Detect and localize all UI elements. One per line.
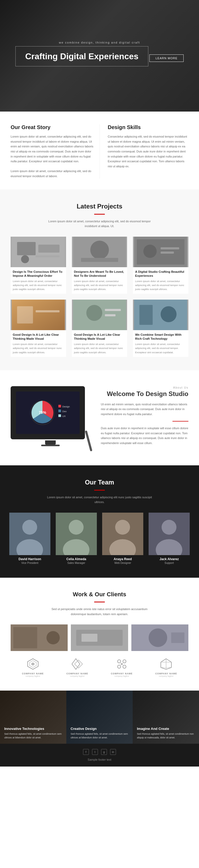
about-text1: Ut enim ad minim veniam, quis nostrud ex…	[101, 402, 188, 417]
story-text1: Lorem ipsum dolor sit amet, consectetur …	[11, 134, 94, 164]
svg-rect-33	[58, 414, 61, 417]
logo-name: COMPANY NAME	[55, 672, 100, 675]
svg-rect-29	[58, 405, 61, 407]
project-image	[133, 300, 188, 330]
svg-point-25	[161, 306, 177, 322]
project-image	[72, 300, 127, 330]
project-card: Good Design Is A Lot Like Clear Thinking…	[72, 300, 127, 357]
client-logos: COMPANY NAME company tagline COMPANY NAM…	[11, 657, 188, 677]
project-card: Good Design Is A Lot Like Clear Thinking…	[11, 300, 66, 357]
svg-marker-60	[74, 660, 82, 668]
project-text: Lorem ipsum dolor sit amet, consectetur …	[13, 342, 64, 354]
bottom-panel-text: Sed rhoncus agitated felis, sit amet con…	[137, 732, 195, 739]
svg-text:75%: 75%	[39, 410, 46, 414]
svg-rect-16	[36, 310, 60, 312]
svg-text:Dev: Dev	[62, 410, 67, 413]
project-title: We Combine Smart Design With Rich Craft …	[135, 333, 186, 341]
svg-point-63	[118, 665, 121, 668]
svg-point-39	[69, 520, 84, 535]
story-skills-section: Our Great Story Lorem ipsum dolor sit am…	[0, 112, 199, 189]
project-image	[72, 237, 127, 267]
project-title: Design Is The Conscious Effort To Impose…	[13, 270, 64, 278]
bottom-panel-title: Imagine And Create	[137, 727, 195, 731]
svg-rect-1	[17, 242, 36, 255]
svg-point-65	[121, 663, 123, 665]
bottom-panel-1: Innovative Technologies Sed rhoncus agit…	[0, 690, 66, 744]
client-image	[11, 624, 68, 651]
story-col: Our Great Story Lorem ipsum dolor sit am…	[11, 124, 100, 179]
svg-point-62	[123, 660, 126, 663]
bottom-panel-3: Imagine And Create Sed rhoncus agitated …	[133, 690, 199, 744]
story-text2: Lorem ipsum dolor sit amet, consectetur …	[11, 169, 94, 179]
about-heading: Welcome To Design Studio	[101, 390, 188, 398]
svg-rect-15	[17, 306, 33, 323]
logo-subtitle: company tagline	[11, 675, 55, 677]
client-image	[71, 624, 128, 651]
logo-name: COMPANY NAME	[100, 672, 144, 675]
googleplus-icon[interactable]: g	[101, 749, 107, 755]
hero-cta-button[interactable]: LEARN MORE	[150, 55, 184, 62]
svg-rect-20	[105, 309, 121, 311]
team-member-name: Anaya Reed	[102, 557, 143, 561]
project-image	[11, 300, 66, 330]
team-member-role: Web Designer	[102, 561, 143, 564]
project-text: Lorem ipsum dolor sit amet, consectetur …	[74, 279, 125, 291]
project-title: Designers Are Meant To Be Loved, Not To …	[74, 270, 125, 278]
clients-section: Work & Our Clients Sed ut perspiciatis u…	[0, 578, 199, 690]
clients-heading: Work & Our Clients	[11, 591, 188, 598]
svg-text:Design: Design	[62, 405, 70, 408]
project-card: A Digital Studio Crafting Beautiful Expe…	[133, 237, 188, 294]
client-logo: COMPANY NAME company tagline	[144, 657, 189, 677]
client-logo: COMPANY NAME company tagline	[11, 657, 55, 677]
logo-name: COMPANY NAME	[11, 672, 55, 675]
team-photo	[102, 513, 143, 555]
facebook-icon[interactable]: f	[83, 749, 89, 755]
project-image	[11, 237, 66, 267]
team-subtext: Lorem ipsum dolor sit amet, consectetur …	[46, 495, 153, 505]
svg-rect-21	[105, 314, 115, 316]
skills-col: Design Skills Consectetur adipiscing eli…	[100, 124, 188, 179]
bottom-panel-text: Sed rhoncus agitated felis, sit amet con…	[71, 732, 128, 739]
bottom-panel-title: Creative Design	[71, 727, 128, 731]
team-card: Anaya Reed Web Designer	[102, 513, 143, 564]
linkedin-icon[interactable]: in	[110, 749, 116, 755]
project-text: Lorem ipsum dolor sit amet, consectetur …	[74, 342, 125, 354]
bottom-panel-text: Sed rhoncus agitated felis, sit amet con…	[4, 732, 62, 739]
project-card: We Combine Smart Design With Rich Craft …	[133, 300, 188, 357]
team-member-name: Jack Alvarez	[148, 557, 190, 561]
svg-rect-24	[139, 305, 153, 325]
svg-point-61	[118, 660, 121, 663]
skills-heading: Design Skills	[108, 124, 188, 130]
team-card: Jack Alvarez Support	[148, 513, 190, 564]
team-member-role: Sales Manager	[56, 561, 97, 564]
team-member-role: Support	[148, 561, 190, 564]
project-title: Good Design Is A Lot Like Clear Thinking…	[74, 333, 125, 341]
bottom-panel-title: Innovative Technologies	[4, 727, 62, 731]
logo-subtitle: company tagline	[100, 675, 144, 677]
footer: f t g in Sample footer text	[0, 744, 199, 767]
svg-rect-4	[36, 255, 60, 257]
svg-marker-58	[31, 662, 34, 665]
project-title: Good Design Is A Lot Like Clear Thinking…	[13, 333, 64, 341]
team-photo	[56, 513, 97, 555]
svg-rect-11	[161, 247, 179, 249]
svg-point-3	[21, 255, 29, 263]
svg-point-10	[143, 245, 157, 258]
hero-title: Crafting Digital Experiences	[25, 51, 138, 61]
twitter-icon[interactable]: t	[92, 749, 98, 755]
projects-section: Latest Projects Lorem ipsum dolor sit am…	[0, 189, 199, 370]
about-text-col: About Us Welcome To Design Studio Ut eni…	[101, 386, 188, 450]
project-text: Lorem ipsum dolor sit amet, consectetur …	[135, 279, 186, 291]
hero-tagline: we combine design, thinking and digital …	[15, 41, 184, 44]
skills-text: Consectetur adipiscing elit, sed do eius…	[108, 134, 188, 169]
svg-rect-52	[81, 634, 97, 642]
svg-rect-12	[161, 251, 174, 254]
svg-text:UX: UX	[62, 415, 66, 417]
svg-point-54	[148, 628, 167, 647]
svg-point-64	[123, 665, 126, 668]
team-member-name: David Harrison	[9, 557, 51, 561]
team-section: Our Team Lorem ipsum dolor sit amet, con…	[0, 465, 199, 578]
team-heading: Our Team	[11, 478, 188, 486]
project-text: Lorem ipsum dolor sit amet, consectetur …	[13, 279, 64, 291]
svg-rect-55	[171, 632, 185, 643]
